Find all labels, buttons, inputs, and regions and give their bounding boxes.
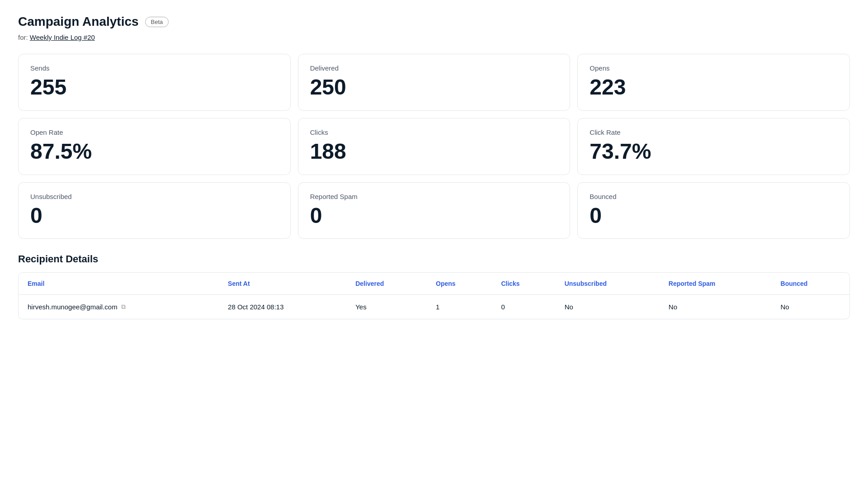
stat-label: Delivered <box>310 64 558 72</box>
beta-badge: Beta <box>145 17 169 27</box>
stat-value: 223 <box>590 76 838 99</box>
stat-card-sends: Sends255 <box>18 54 291 111</box>
stat-card-clicks: Clicks188 <box>298 118 571 175</box>
clicks-cell: 0 <box>492 295 555 319</box>
stat-card-open-rate: Open Rate87.5% <box>18 118 291 175</box>
stat-value: 188 <box>310 140 558 164</box>
bounced-cell: No <box>772 295 849 319</box>
stat-label: Clicks <box>310 128 558 136</box>
copy-icon[interactable]: ⧉ <box>121 303 126 311</box>
stat-label: Click Rate <box>590 128 838 136</box>
campaign-link-row: for: Weekly Indie Log #20 <box>18 33 850 41</box>
stat-label: Bounced <box>590 193 838 200</box>
page-header: Campaign Analytics Beta <box>18 14 850 29</box>
unsubscribed-cell: No <box>556 295 660 319</box>
sent-at-cell: 28 Oct 2024 08:13 <box>219 295 346 319</box>
stat-card-opens: Opens223 <box>577 54 850 111</box>
email-cell: hirvesh.munogee@gmail.com⧉ <box>19 295 219 319</box>
stat-value: 250 <box>310 76 558 99</box>
recipient-section: Recipient Details EmailSent AtDeliveredO… <box>18 253 850 319</box>
stat-value: 0 <box>310 204 558 228</box>
stat-value: 87.5% <box>30 140 278 164</box>
stat-label: Reported Spam <box>310 193 558 200</box>
opens-cell: 1 <box>427 295 492 319</box>
table-header-reported-spam: Reported Spam <box>660 273 772 295</box>
delivered-cell: Yes <box>346 295 427 319</box>
recipient-details-title: Recipient Details <box>18 253 850 265</box>
table-header-email: Email <box>19 273 219 295</box>
for-label: for: <box>18 33 28 41</box>
table-row: hirvesh.munogee@gmail.com⧉28 Oct 2024 08… <box>19 295 849 319</box>
stat-label: Opens <box>590 64 838 72</box>
table-header-bounced: Bounced <box>772 273 849 295</box>
stat-label: Unsubscribed <box>30 193 278 200</box>
stat-card-click-rate: Click Rate73.7% <box>577 118 850 175</box>
table-header-unsubscribed: Unsubscribed <box>556 273 660 295</box>
page-title: Campaign Analytics <box>18 14 139 29</box>
reported-spam-cell: No <box>660 295 772 319</box>
recipient-table-container: EmailSent AtDeliveredOpensClicksUnsubscr… <box>18 272 850 319</box>
stat-label: Open Rate <box>30 128 278 136</box>
stat-card-reported-spam: Reported Spam0 <box>298 182 571 239</box>
stat-value: 0 <box>30 204 278 228</box>
campaign-link[interactable]: Weekly Indie Log #20 <box>30 33 95 41</box>
stat-card-bounced: Bounced0 <box>577 182 850 239</box>
email-value: hirvesh.munogee@gmail.com <box>28 303 118 311</box>
stat-value: 255 <box>30 76 278 99</box>
stat-value: 73.7% <box>590 140 838 164</box>
recipient-table: EmailSent AtDeliveredOpensClicksUnsubscr… <box>19 273 849 319</box>
table-header-sent-at: Sent At <box>219 273 346 295</box>
table-header-delivered: Delivered <box>346 273 427 295</box>
table-header-opens: Opens <box>427 273 492 295</box>
stat-card-delivered: Delivered250 <box>298 54 571 111</box>
table-header-clicks: Clicks <box>492 273 555 295</box>
stat-label: Sends <box>30 64 278 72</box>
stats-grid: Sends255Delivered250Opens223Open Rate87.… <box>18 54 850 239</box>
stat-card-unsubscribed: Unsubscribed0 <box>18 182 291 239</box>
stat-value: 0 <box>590 204 838 228</box>
